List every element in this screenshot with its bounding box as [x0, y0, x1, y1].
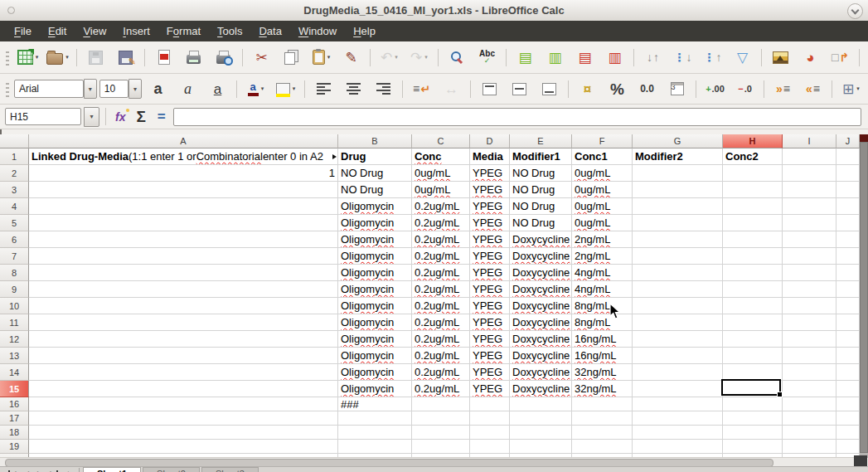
cell-J18[interactable]	[836, 426, 860, 440]
cell-D14[interactable]: YPEG	[470, 364, 510, 381]
cell-E15[interactable]: Doxycycline	[510, 381, 572, 397]
cell-J5[interactable]	[836, 215, 860, 231]
cell-F16[interactable]	[572, 397, 633, 411]
formula-input[interactable]	[173, 108, 861, 126]
cell-H8[interactable]	[723, 265, 783, 281]
cell-G18[interactable]	[633, 426, 723, 440]
font-color-icon[interactable]: a▾	[242, 78, 269, 100]
row-header-18[interactable]: 18	[0, 426, 29, 440]
cell-I17[interactable]	[783, 411, 836, 426]
cell-A16[interactable]	[29, 397, 338, 411]
align-top-icon[interactable]	[476, 78, 503, 100]
column-header-B[interactable]: B	[338, 134, 412, 148]
cell-G10[interactable]	[633, 298, 723, 314]
font-size-combo[interactable]: 10▾	[99, 78, 142, 100]
font-color-icon-dropdown[interactable]: ▾	[261, 85, 264, 92]
toolbar-grip[interactable]	[6, 80, 9, 97]
export-pdf-icon[interactable]	[150, 46, 177, 68]
cell-D15[interactable]: YPEG	[470, 381, 510, 397]
cell-D16[interactable]	[470, 397, 510, 411]
cell-A5[interactable]	[29, 215, 338, 231]
toolbar-grip[interactable]	[6, 49, 9, 66]
column-header-G[interactable]: G	[633, 134, 723, 148]
cell-G2[interactable]	[633, 165, 723, 182]
cell-B16[interactable]: ###	[338, 397, 412, 411]
row-header-19[interactable]: 19	[0, 440, 29, 454]
cell-H5[interactable]	[723, 215, 783, 231]
cell-F3[interactable]: 0ug/mL	[572, 182, 633, 198]
menu-item-insert[interactable]: Insert	[115, 22, 158, 40]
cell-F8[interactable]: 4ng/mL	[572, 265, 633, 281]
cell-I14[interactable]	[783, 364, 836, 381]
cell-I3[interactable]	[783, 182, 836, 198]
cell-I16[interactable]	[783, 397, 836, 411]
cell-F5[interactable]: 0ug/mL	[572, 215, 633, 231]
cell-H17[interactable]	[723, 411, 783, 426]
cell-J13[interactable]	[836, 348, 860, 364]
cell-J1[interactable]	[836, 148, 860, 165]
cell-F18[interactable]	[572, 426, 633, 440]
cell-J4[interactable]	[836, 198, 860, 215]
cell-D13[interactable]: YPEG	[470, 348, 510, 364]
cell-H2[interactable]	[723, 165, 783, 182]
underline-icon[interactable]: a	[204, 78, 231, 100]
cell-I10[interactable]	[783, 298, 836, 314]
cell-C1[interactable]: Conc	[412, 148, 470, 165]
cell-C15[interactable]: 0.2ug/mL	[412, 381, 470, 397]
cell-J2[interactable]	[836, 165, 860, 182]
row-header-2[interactable]: 2	[0, 165, 29, 182]
center-vertically-icon[interactable]	[506, 78, 533, 100]
cell-C18[interactable]	[412, 426, 470, 440]
cell-B19[interactable]	[338, 440, 412, 454]
cell-E7[interactable]: Doxycycline	[510, 248, 572, 265]
align-bottom-icon[interactable]	[536, 78, 563, 100]
redo-icon-dropdown[interactable]: ▾	[424, 54, 428, 61]
cell-D2[interactable]: YPEG	[470, 165, 510, 182]
cell-H10[interactable]	[723, 298, 783, 314]
borders-icon[interactable]: ⊞▾	[837, 78, 865, 100]
pivot-table-icon[interactable]: □↱	[827, 46, 854, 68]
cell-E19[interactable]	[510, 440, 572, 454]
cell-I15[interactable]	[783, 381, 836, 397]
cell-H4[interactable]	[723, 198, 783, 215]
cell-I5[interactable]	[783, 215, 836, 231]
undo-icon-dropdown[interactable]: ▾	[395, 54, 398, 61]
menu-item-view[interactable]: View	[75, 22, 114, 40]
cell-J3[interactable]	[836, 182, 860, 198]
row-header-8[interactable]: 8	[0, 265, 29, 281]
currency-format-icon[interactable]: ¤	[574, 78, 601, 100]
bold-icon[interactable]: a	[144, 78, 172, 100]
row-header-3[interactable]: 3	[0, 182, 29, 198]
column-header-F[interactable]: F	[572, 134, 633, 148]
cell-B4[interactable]: Oligomycin	[338, 198, 412, 215]
save-as-icon[interactable]	[112, 46, 139, 68]
cell-H18[interactable]	[723, 426, 783, 440]
cell-F12[interactable]: 16ng/mL	[572, 331, 633, 348]
cell-C10[interactable]: 0.2ug/mL	[412, 298, 470, 314]
cell-E18[interactable]	[510, 426, 572, 440]
cell-E11[interactable]: Doxycycline	[510, 314, 572, 331]
cell-B2[interactable]: NO Drug	[338, 165, 412, 182]
cell-H6[interactable]	[723, 231, 783, 248]
cell-G5[interactable]	[633, 215, 723, 231]
row-header-4[interactable]: 4	[0, 198, 29, 215]
cell-G9[interactable]	[633, 281, 723, 298]
row-header-12[interactable]: 12	[0, 331, 29, 348]
cell-D7[interactable]: YPEG	[470, 248, 510, 265]
cell-A18[interactable]	[29, 426, 338, 440]
cell-A17[interactable]	[29, 411, 338, 426]
cell-C16[interactable]	[412, 397, 470, 411]
cell-C14[interactable]: 0.2ug/mL	[412, 364, 470, 381]
menu-item-tools[interactable]: Tools	[210, 22, 250, 40]
column-header-C[interactable]: C	[412, 134, 470, 148]
cell-E13[interactable]: Doxycycline	[510, 348, 572, 364]
cell-H13[interactable]	[723, 348, 783, 364]
cell-B3[interactable]: NO Drug	[338, 182, 412, 198]
cell-I12[interactable]	[783, 331, 836, 348]
cell-I9[interactable]	[783, 281, 836, 298]
menu-item-window[interactable]: Window	[291, 22, 344, 40]
cell-E14[interactable]: Doxycycline	[510, 364, 572, 381]
sum-icon[interactable]: Σ	[132, 108, 149, 126]
cell-I11[interactable]	[783, 314, 836, 331]
cell-G14[interactable]	[633, 364, 723, 381]
